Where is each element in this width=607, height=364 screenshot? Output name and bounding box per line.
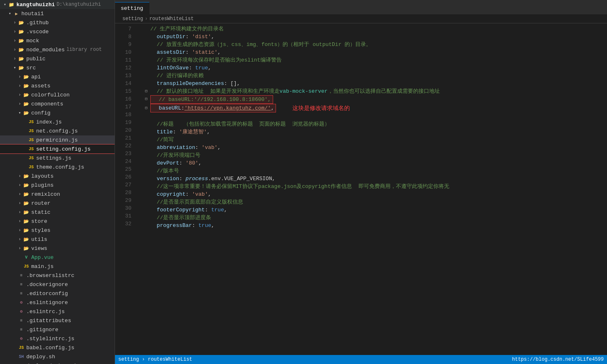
folder-icon-public: 📂 bbox=[18, 55, 25, 62]
router-arrow bbox=[16, 200, 23, 206]
colorfullcon-arrow bbox=[16, 92, 23, 98]
sidebar-item-theme-config[interactable]: JS theme.config.js bbox=[0, 163, 115, 172]
sidebar-item-babel-config[interactable]: JS babel.config.js bbox=[0, 343, 115, 352]
sidebar-item-net-config[interactable]: JS net.config.js bbox=[0, 126, 115, 135]
sidebar-item-gitattributes[interactable]: ≡ .gitattributes bbox=[0, 316, 115, 325]
github-arrow bbox=[11, 19, 18, 26]
js-icon-setting-config: JS bbox=[28, 146, 34, 152]
folder-icon-assets: 📂 bbox=[23, 82, 30, 89]
sidebar-item-static[interactable]: 📂 static bbox=[0, 208, 115, 217]
editorconfig-label: .editorconfig bbox=[26, 291, 68, 297]
code-line-32: progressBar: true, bbox=[142, 222, 607, 229]
static-arrow bbox=[16, 209, 23, 215]
sidebar-item-github[interactable]: 📂 .github bbox=[0, 18, 115, 27]
file-explorer[interactable]: 📁 kangtuhuizhi D:\kangtuhuizhi ▶ houtai1… bbox=[0, 0, 115, 364]
sidebar-item-assets[interactable]: 📂 assets bbox=[0, 81, 115, 90]
code-line-22: abbreviation: 'vab', bbox=[142, 144, 607, 151]
code-content[interactable]: // 生产环境构建文件的目录名 outputDir: 'dist', // 放置… bbox=[136, 23, 607, 355]
sidebar-item-src[interactable]: 📂 src bbox=[0, 63, 115, 72]
sidebar-item-setting-config[interactable]: JS setting.config.js bbox=[0, 144, 115, 153]
styles-arrow bbox=[16, 227, 23, 234]
src-label: src bbox=[26, 65, 36, 71]
node-modules-arrow bbox=[11, 46, 18, 53]
code-line-19: //标题 （包括初次加载雪花屏的标题 页面的标题 浏览器的标题） bbox=[142, 120, 607, 128]
breadcrumb-routeswhitelist: routesWhiteList bbox=[149, 16, 194, 22]
sidebar-item-utils[interactable]: 📂 utils bbox=[0, 235, 115, 244]
sidebar-item-layouts[interactable]: 📂 layouts bbox=[0, 172, 115, 181]
sidebar-item-app-vue[interactable]: V App.vue bbox=[0, 253, 115, 262]
sidebar-item-main-js[interactable]: JS main.js bbox=[0, 262, 115, 271]
fold-icon-16[interactable]: ⊟ bbox=[145, 95, 147, 103]
store-arrow bbox=[16, 218, 23, 224]
sidebar-item-stylelintrc[interactable]: ⊙ .stylelintrc.js bbox=[0, 334, 115, 343]
sidebar-item-remixlcon[interactable]: 📂 remixlcon bbox=[0, 190, 115, 199]
code-container: 7 8 9 10 11 12 13 14 15 16 17 18 19 20 2… bbox=[115, 23, 607, 355]
js-icon-settings: JS bbox=[28, 155, 34, 161]
layouts-arrow bbox=[16, 173, 23, 179]
sidebar-item-dockerignore[interactable]: ≡ .dockerignore bbox=[0, 280, 115, 289]
code-line-26: version: process.env.VUE_APP_VERSION, bbox=[142, 175, 607, 183]
vscode-label: .vscode bbox=[26, 29, 49, 35]
colorfullcon-label: colorfullcon bbox=[31, 92, 70, 98]
folder-icon-router: 📂 bbox=[23, 200, 30, 206]
sidebar-item-deploy-docker-sh[interactable]: SH deploy-docker.sh bbox=[0, 361, 115, 364]
sidebar-item-browserslistrc[interactable]: ≡ .browserslistrc bbox=[0, 271, 115, 280]
code-line-25: //版本号 bbox=[142, 167, 607, 175]
highlight-box-17: baseURL:'https://vpn.kangtuhz.com/', bbox=[150, 104, 276, 112]
api-arrow bbox=[16, 73, 23, 80]
sidebar-item-index-js[interactable]: JS index.js bbox=[0, 117, 115, 126]
sidebar-item-api[interactable]: 📂 api bbox=[0, 72, 115, 81]
sidebar-item-houtai1[interactable]: ▶ houtai1 bbox=[0, 9, 115, 18]
sidebar-item-settings[interactable]: JS settings.js bbox=[0, 153, 115, 163]
index-js-label: index.js bbox=[36, 119, 62, 125]
assets-arrow bbox=[16, 82, 23, 89]
folder-icon-config: 📂 bbox=[23, 110, 30, 116]
sidebar-item-plugins[interactable]: 📂 plugins bbox=[0, 181, 115, 190]
gutter-15: ⊟ bbox=[142, 87, 150, 95]
code-line-14: transpileDependencies: [], bbox=[142, 80, 607, 87]
public-arrow bbox=[11, 55, 18, 62]
sidebar-item-node-modules[interactable]: 📂 node_modules library root bbox=[0, 45, 115, 54]
code-line-9: // 放置生成的静态资源（js、css、img、fonts）的（相对于 outp… bbox=[142, 41, 607, 48]
sidebar-item-editorconfig[interactable]: ≡ .editorconfig bbox=[0, 289, 115, 298]
views-arrow bbox=[16, 245, 23, 252]
sidebar-item-router[interactable]: 📂 router bbox=[0, 199, 115, 208]
folder-icon-vscode: 📂 bbox=[18, 28, 25, 35]
code-line-21: //简写 bbox=[142, 136, 607, 144]
code-line-20: title: '康途慧智', bbox=[142, 128, 607, 136]
gitignore-label: .gitignore bbox=[26, 327, 58, 333]
sidebar-item-config[interactable]: 📂 config bbox=[0, 108, 115, 117]
sidebar-item-deploy-sh[interactable]: SH deploy.sh bbox=[0, 352, 115, 361]
sidebar-item-styles[interactable]: 📂 styles bbox=[0, 226, 115, 235]
gutter-17: ⊟ bbox=[142, 104, 150, 112]
code-line-11: // 开发环境每次保存时是否输出为eslint编译警告 bbox=[142, 56, 607, 64]
sidebar-item-gitignore[interactable]: ≡ .gitignore bbox=[0, 325, 115, 334]
generic-icon-gitattributes: ≡ bbox=[18, 317, 25, 324]
sidebar-item-eslintrc[interactable]: ⊙ .eslintrc.js bbox=[0, 307, 115, 316]
sidebar-item-mock[interactable]: 📂 mock bbox=[0, 36, 115, 45]
fold-icon-15[interactable]: ⊟ bbox=[145, 87, 147, 95]
breadcrumb-setting: setting bbox=[122, 16, 143, 22]
root-path: D:\kangtuhuizhi bbox=[57, 2, 101, 7]
tab-setting[interactable]: setting bbox=[115, 2, 149, 14]
code-line-29: //是否显示页面底部自定义版权信息 bbox=[142, 198, 607, 206]
sidebar-item-permircinn[interactable]: JS permircinn.js bbox=[0, 135, 115, 144]
workspace-icon: 📁 bbox=[8, 1, 15, 8]
sidebar-item-components[interactable]: 📂 components bbox=[0, 99, 115, 108]
mock-arrow bbox=[11, 37, 18, 44]
generic-icon-browserslistrc: ≡ bbox=[18, 272, 25, 279]
folder-icon-src: 📂 bbox=[18, 64, 25, 71]
sidebar-item-views[interactable]: 📂 views bbox=[0, 244, 115, 253]
sidebar-item-colorfullcon[interactable]: 📂 colorfullcon bbox=[0, 90, 115, 99]
sidebar-item-public[interactable]: 📂 public bbox=[0, 54, 115, 63]
editor-area: setting setting › routesWhiteList 7 8 9 … bbox=[115, 0, 607, 364]
browserslistrc-label: .browserslistrc bbox=[26, 272, 74, 279]
sidebar-item-eslintignore[interactable]: ⊙ .eslintignore bbox=[0, 298, 115, 307]
sidebar-item-vscode[interactable]: 📂 .vscode bbox=[0, 27, 115, 36]
editor-tabs: setting bbox=[115, 0, 607, 14]
sidebar-item-store[interactable]: 📂 store bbox=[0, 217, 115, 226]
fold-icon-17[interactable]: ⊟ bbox=[145, 104, 147, 112]
code-line-28: copyright: 'vab', bbox=[142, 190, 607, 198]
sidebar-root[interactable]: 📁 kangtuhuizhi D:\kangtuhuizhi bbox=[0, 0, 115, 9]
breadcrumb: setting › routesWhiteList bbox=[115, 14, 607, 23]
